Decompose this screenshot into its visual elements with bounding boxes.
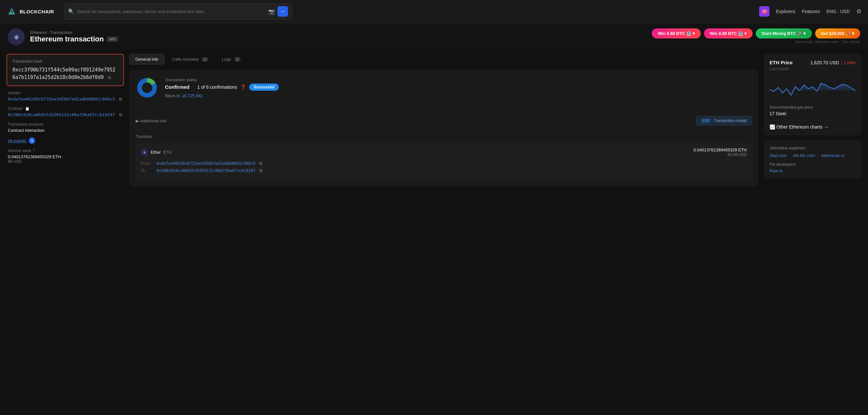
block-id-label: Block id (165, 93, 180, 98)
contract-copy-icon[interactable]: ⧉ (119, 112, 122, 117)
contract-label: Contract 📋 (8, 106, 123, 111)
nav-lang-currency[interactable]: ENG · USD (826, 9, 850, 14)
page-title-area: ◈ Ethereum · Transactions Ethereum trans… (8, 28, 118, 46)
internal-value-help-icon[interactable]: ? (32, 148, 35, 153)
header: BLOCKCHAIR 🔍 📷 → 👛 Explorers Features EN… (0, 0, 868, 23)
for-dev-label: For developers (770, 162, 856, 167)
additional-info-toggle[interactable]: ▶ Additional info (136, 118, 166, 123)
ether-icon: ◈ (141, 149, 148, 156)
breadcrumb: Ethereum · Transactions (30, 30, 118, 35)
search-icon: 🔍 (68, 8, 74, 14)
contract-value[interactable]: 0x388c818ca8b9251b393131c08a736a67ccb192… (8, 112, 123, 117)
initiator-row: Initiator 0xdafea492d9c6733ae3d56b7ed1ad… (6, 91, 124, 102)
tx-hash-value: 0xcc3f90b731f544c5e09acf891249e79526a7b1… (12, 66, 118, 81)
transfer-token: ◈ Ether ETH (141, 149, 171, 156)
to-address[interactable]: 0x388c818ca8b9251b393131c08a736a67ccb192… (156, 168, 262, 173)
page-title-text: Ethereum · Transactions Ethereum transac… (30, 30, 118, 43)
contract-row: Contract 📋 0x388c818ca8b9251b393131c08a7… (6, 106, 124, 117)
page-title: Ethereum transaction API (30, 35, 118, 43)
search-button[interactable]: → (278, 6, 288, 17)
tabs-row: General info Calls included 1 Logs 1 (129, 54, 758, 65)
tab-logs[interactable]: Logs 1 (216, 54, 247, 65)
wallet-button[interactable]: 👛 (759, 6, 770, 17)
alt-link-ethbtc[interactable]: eth.btc.com (793, 153, 815, 158)
all-events-link[interactable]: All events (8, 138, 26, 143)
tx-hash-box: Transaction hash 0xcc3f90b731f544c5e09ac… (6, 54, 124, 86)
gas-label: Recommended gas price (770, 105, 856, 110)
promo-btn-4[interactable]: Get $20,000 🎉 ▾ (815, 28, 861, 38)
token-name: Ether (151, 150, 161, 155)
status-details: Transaction status Confirmed · 1 of 6 co… (165, 78, 279, 98)
search-input[interactable] (77, 9, 266, 14)
status-label: Transaction status (165, 78, 279, 82)
additional-info-row: ▶ Additional info PDF Transaction receip… (136, 113, 752, 129)
search-bar: 🔍 📷 → (64, 3, 292, 20)
alt-link-etherscan[interactable]: etherscan.io (822, 153, 844, 158)
promo-btn-1[interactable]: Win 8.88 BTC 🏦 ▾ (652, 28, 701, 38)
eth-price-title: ETH Price (770, 60, 793, 65)
gas-value: 17 Gwei (770, 111, 856, 116)
tab-general-info[interactable]: General info (129, 54, 165, 65)
confirmed-text: Confirmed (165, 84, 189, 90)
all-events-row: All events 1 (6, 137, 124, 144)
logs-count: 1 (234, 57, 241, 62)
transfer-from-row: From 0xdafea492d9c6733ae3d56b7ed1adb6069… (141, 161, 747, 166)
pdf-receipt-button[interactable]: PDF Transaction receipt (696, 116, 752, 126)
separator-2: · (817, 153, 819, 158)
tab-calls-included[interactable]: Calls included 1 (166, 54, 215, 65)
tx-info-card: Transaction status Confirmed · 1 of 6 co… (129, 70, 758, 186)
transfers-section: Transfers ◈ Ether ETH 0.0401376138945532… (136, 135, 752, 180)
initiator-value[interactable]: 0xdafea492d9c6733ae3d56b7ed1adb60692c98b… (8, 96, 123, 102)
transfers-label: Transfers (136, 135, 752, 139)
calls-included-count: 1 (202, 57, 208, 62)
from-copy-icon[interactable]: ⧉ (259, 161, 262, 166)
promo-btn-2[interactable]: Win 8.88 BTC 🏦 ▾ (704, 28, 752, 38)
from-address[interactable]: 0xdafea492d9c6733ae3d56b7ed1adb60692c98b… (156, 161, 262, 166)
raw-tx-link[interactable]: Raw tx (770, 168, 782, 173)
initiator-label: Initiator (8, 91, 123, 95)
blockchair-logo-icon[interactable] (6, 6, 17, 17)
transfer-to-row: To 0x388c818ca8b9251b393131c08a736a67ccb… (141, 168, 747, 173)
eth-price-card: ETH Price 1,620.70 USD ↓ 1.04% Last mont… (764, 54, 862, 136)
last-month-label: Last month (770, 66, 856, 71)
transfer-amount: 0.04013761389455329 ETH 65.58 USD (693, 147, 747, 157)
api-badge[interactable]: API (107, 36, 118, 42)
internal-value-label: Internal value ? (8, 148, 123, 153)
eth-price-value: 1,620.70 USD (810, 60, 839, 65)
nav-explorers[interactable]: Explorers (776, 9, 795, 14)
logo-text: BLOCKCHAIR (20, 9, 54, 14)
settings-icon[interactable]: ⚙ (856, 8, 862, 15)
confirmations-help-icon[interactable]: ❓ (240, 85, 246, 90)
alt-link-3xpl[interactable]: 3xpl.com (770, 153, 786, 158)
internal-value-row: Internal value ? 0.04013761389455329 ETH… (6, 148, 124, 164)
nav-features[interactable]: Features (802, 9, 820, 14)
to-copy-icon[interactable]: ⧉ (259, 168, 262, 173)
sponsored-text: Sponsored · Advertise here · Turn off ad… (795, 40, 860, 44)
tx-hash-label: Transaction hash (12, 59, 118, 64)
pdf-icon: PDF (701, 118, 711, 123)
center-panel: General info Calls included 1 Logs 1 (129, 54, 758, 186)
alt-links: 3xpl.com · eth.btc.com · etherscan.io (770, 153, 856, 158)
to-label: To (141, 168, 154, 173)
transfer-header: ◈ Ether ETH 0.04013761389455329 ETH 65.5… (141, 147, 747, 157)
pdf-receipt-label: Transaction receipt (714, 118, 747, 123)
token-symbol: ETH (163, 150, 171, 155)
status-main: Confirmed · 1 of 6 confirmations ❓ Succe… (165, 84, 279, 91)
promo-btn-3[interactable]: Start Mining BTC 🚀 ▾ (756, 28, 812, 38)
all-events-badge: 1 (29, 137, 35, 144)
sub-header: ◈ Ethereum · Transactions Ethereum trans… (0, 23, 868, 49)
logo-area: BLOCKCHAIR (6, 6, 59, 17)
success-badge: Successful (249, 84, 279, 91)
internal-value: 0.04013761389455329 ETH · (8, 154, 123, 159)
eth-price-header: ETH Price 1,620.70 USD ↓ 1.04% (770, 60, 856, 65)
svg-point-5 (142, 83, 152, 93)
block-id-value[interactable]: 16,725,941 (182, 93, 203, 98)
confirmation-pie-chart (136, 76, 158, 99)
camera-icon[interactable]: 📷 (268, 8, 275, 15)
header-right: 👛 Explorers Features ENG · USD ⚙ (759, 6, 862, 17)
block-id-row: Block id 16,725,941 (165, 93, 279, 98)
other-charts-link[interactable]: 📈 Other Ethereum charts → (770, 120, 856, 129)
initiator-copy-icon[interactable]: ⧉ (119, 96, 122, 102)
tx-hash-copy-icon[interactable]: ⧉ (108, 75, 111, 81)
alt-explorers-label: Alternative explorers (770, 146, 856, 150)
